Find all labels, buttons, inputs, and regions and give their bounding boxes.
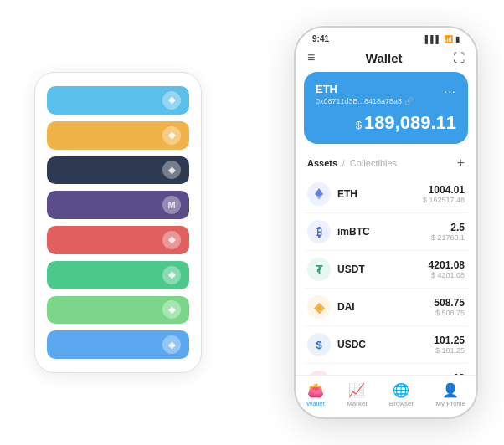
phone-header: ≡ Wallet ⛶: [296, 47, 476, 72]
asset-amounts-usdc: 101.25 $ 101.25: [434, 335, 465, 355]
asset-name-dai: DAI: [337, 301, 434, 313]
color-bar-0: ◆: [47, 86, 189, 115]
usdt-icon: ₮: [307, 258, 331, 281]
color-bar-icon-3: M: [162, 196, 181, 214]
battery-icon: ▮: [455, 35, 460, 43]
asset-item-eth[interactable]: ETH 1004.01 $ 162517.48: [304, 176, 468, 213]
asset-item-imbtc[interactable]: ₿ imBTC 2.5 $ 21760.1: [304, 213, 468, 251]
dai-icon: ◈: [307, 295, 331, 319]
asset-name-usdc: USDC: [337, 339, 434, 350]
color-bar-6: ◆: [47, 296, 189, 325]
profile-nav-icon: 👤: [442, 382, 459, 398]
currency-symbol: $: [356, 119, 362, 131]
wifi-icon: 📶: [444, 35, 453, 43]
add-asset-button[interactable]: +: [457, 156, 465, 171]
color-bar-5: ◆: [47, 261, 189, 289]
usdt-amount: 4201.08: [429, 259, 465, 271]
dai-amount: 508.75: [434, 297, 465, 309]
status-icons: ▌▌▌ 📶 ▮: [425, 35, 460, 43]
eth-card-header: ETH ...: [316, 82, 456, 95]
profile-nav-label: My Profile: [435, 400, 465, 407]
menu-icon[interactable]: ≡: [307, 50, 315, 65]
imbtc-usd: $ 21760.1: [431, 233, 465, 242]
browser-nav-icon: 🌐: [393, 382, 409, 398]
wallet-nav-label: Wallet: [306, 400, 325, 407]
asset-item-tft[interactable]: 🦋 TFT 13 0: [304, 364, 468, 375]
assets-header: Assets / Collectibles +: [296, 151, 476, 176]
eth-amount: 1004.01: [423, 184, 465, 196]
color-bar-icon-5: ◆: [162, 266, 181, 284]
asset-name-imbtc: imBTC: [337, 226, 431, 238]
eth-card-balance: $189,089.11: [316, 112, 456, 134]
dai-usd: $ 508.75: [434, 309, 465, 317]
market-nav-label: Market: [347, 400, 367, 407]
asset-item-dai[interactable]: ◈ DAI 508.75 $ 508.75: [304, 289, 468, 326]
usdt-usd: $ 4201.08: [429, 271, 465, 279]
usdc-amount: 101.25: [434, 335, 465, 346]
signal-icon: ▌▌▌: [425, 35, 441, 43]
eth-card-address: 0x08711d3B...8418a78a3 🔗: [316, 97, 456, 105]
usdc-usd: $ 101.25: [434, 346, 465, 355]
asset-amounts-usdt: 4201.08 $ 4201.08: [429, 259, 465, 279]
asset-amounts-imbtc: 2.5 $ 21760.1: [431, 222, 465, 242]
page-title: Wallet: [366, 51, 403, 65]
nav-wallet[interactable]: 👛 Wallet: [306, 382, 325, 407]
browser-nav-label: Browser: [389, 400, 414, 407]
asset-list: ETH 1004.01 $ 162517.48 ₿ imBTC 2.5 $ 21…: [296, 176, 476, 375]
asset-name-usdt: USDT: [337, 263, 429, 275]
nav-market[interactable]: 📈 Market: [347, 382, 367, 407]
color-bar-7: ◆: [47, 330, 189, 359]
imbtc-amount: 2.5: [431, 222, 465, 233]
tab-collectibles[interactable]: Collectibles: [350, 158, 397, 168]
color-bar-icon-4: ◆: [162, 231, 181, 249]
eth-icon: [307, 182, 331, 206]
color-bar-icon-6: ◆: [162, 300, 181, 319]
expand-icon[interactable]: ⛶: [453, 51, 465, 64]
imbtc-icon: ₿: [307, 220, 331, 243]
phone-frame: 9:41 ▌▌▌ 📶 ▮ ≡ Wallet ⛶ ETH ... 0x08711d…: [294, 26, 478, 419]
color-bar-1: ◆: [47, 121, 189, 150]
color-bar-icon-0: ◆: [162, 91, 181, 110]
asset-amounts-dai: 508.75 $ 508.75: [434, 297, 465, 317]
asset-item-usdc[interactable]: $ USDC 101.25 $ 101.25: [304, 326, 468, 364]
nav-profile[interactable]: 👤 My Profile: [435, 382, 465, 407]
eth-card-more[interactable]: ...: [444, 82, 456, 95]
bottom-nav: 👛 Wallet 📈 Market 🌐 Browser 👤 My Profile: [296, 375, 476, 417]
market-nav-icon: 📈: [348, 382, 365, 398]
asset-amounts-eth: 1004.01 $ 162517.48: [423, 184, 465, 204]
status-time: 9:41: [312, 34, 329, 43]
eth-card: ETH ... 0x08711d3B...8418a78a3 🔗 $189,08…: [304, 72, 468, 144]
status-bar: 9:41 ▌▌▌ 📶 ▮: [296, 28, 476, 47]
scene: ◆◆◆M◆◆◆◆ 9:41 ▌▌▌ 📶 ▮ ≡ Wallet ⛶ ETH ...…: [18, 13, 486, 432]
tab-assets[interactable]: Assets: [307, 158, 337, 168]
color-bar-icon-1: ◆: [162, 126, 181, 145]
color-bar-icon-2: ◆: [162, 161, 181, 179]
nav-browser[interactable]: 🌐 Browser: [389, 382, 414, 407]
color-bar-3: M: [47, 191, 189, 219]
eth-card-title: ETH: [316, 83, 337, 95]
background-card: ◆◆◆M◆◆◆◆: [34, 72, 202, 373]
balance-amount: 189,089.11: [364, 112, 456, 133]
tab-divider: /: [342, 159, 345, 168]
assets-tabs: Assets / Collectibles: [307, 158, 397, 168]
asset-name-eth: ETH: [337, 188, 423, 200]
asset-item-usdt[interactable]: ₮ USDT 4201.08 $ 4201.08: [304, 251, 468, 289]
usdc-icon: $: [307, 333, 331, 356]
color-bar-4: ◆: [47, 226, 189, 254]
color-bar-icon-7: ◆: [162, 335, 181, 354]
eth-usd: $ 162517.48: [423, 196, 465, 204]
color-bar-2: ◆: [47, 156, 189, 185]
wallet-nav-icon: 👛: [307, 382, 324, 398]
